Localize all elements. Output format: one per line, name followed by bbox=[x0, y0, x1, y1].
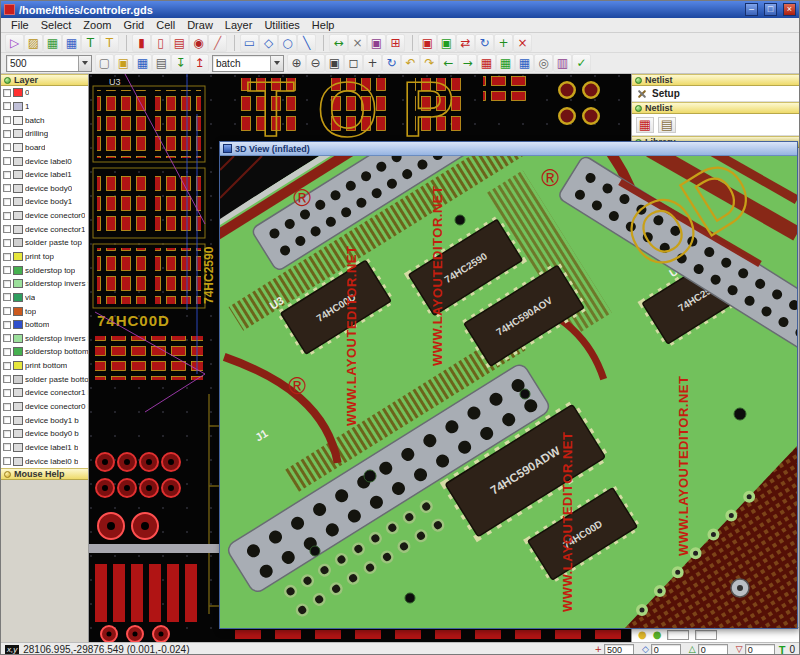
layer-color-swatch[interactable] bbox=[13, 443, 23, 452]
layer-visibility-checkbox[interactable] bbox=[3, 102, 11, 110]
layer-visibility-checkbox[interactable] bbox=[3, 225, 11, 233]
undo-icon[interactable]: ↶ bbox=[401, 54, 420, 72]
cell-red-icon[interactable]: ▣ bbox=[418, 34, 437, 52]
layer-color-swatch[interactable] bbox=[13, 197, 23, 206]
export-icon[interactable]: ↥ bbox=[190, 54, 209, 72]
layer-item[interactable]: print bottom bbox=[1, 359, 88, 373]
layer-visibility-checkbox[interactable] bbox=[3, 321, 11, 329]
layer-visibility-checkbox[interactable] bbox=[3, 157, 11, 165]
layer-item[interactable]: device conector0 bbox=[1, 209, 88, 223]
menu-grid[interactable]: Grid bbox=[117, 18, 150, 33]
layer-visibility-checkbox[interactable] bbox=[3, 389, 11, 397]
layer-color-swatch[interactable] bbox=[13, 307, 23, 316]
save-file-icon[interactable]: ▦ bbox=[133, 54, 152, 72]
open-file-icon[interactable]: ▣ bbox=[114, 54, 133, 72]
print-icon[interactable]: ▤ bbox=[152, 54, 171, 72]
layer-color-swatch[interactable] bbox=[13, 347, 23, 356]
layer-item[interactable]: device label0 bbox=[1, 154, 88, 168]
layer-item[interactable]: device body0 bbox=[1, 181, 88, 195]
grid-dots-icon[interactable]: ▦ bbox=[43, 34, 62, 52]
text-tool-icon[interactable]: T bbox=[81, 34, 100, 52]
layer-visibility-checkbox[interactable] bbox=[3, 239, 11, 247]
layer-item[interactable]: print top bbox=[1, 250, 88, 264]
minimize-button[interactable]: – bbox=[745, 3, 758, 16]
layer-color-swatch[interactable] bbox=[13, 457, 23, 466]
layer-item[interactable]: solderstop top bbox=[1, 263, 88, 277]
layer-visibility-checkbox[interactable] bbox=[3, 184, 11, 192]
status-field-value[interactable]: 0 bbox=[651, 644, 681, 655]
cell-green-icon[interactable]: ▣ bbox=[437, 34, 456, 52]
menu-utilities[interactable]: Utilities bbox=[258, 18, 305, 33]
layer-item[interactable]: device label0 b bbox=[1, 454, 88, 468]
check-drc-icon[interactable]: ✓ bbox=[572, 54, 591, 72]
layer-visibility-checkbox[interactable] bbox=[3, 375, 11, 383]
layer-item[interactable]: drilling bbox=[1, 127, 88, 141]
layer-color-swatch[interactable] bbox=[13, 211, 23, 220]
board-green-icon[interactable]: ▦ bbox=[496, 54, 515, 72]
label-tool-icon[interactable]: T bbox=[100, 34, 119, 52]
layer-visibility-checkbox[interactable] bbox=[3, 443, 11, 451]
select-tool-icon[interactable]: ▷ bbox=[5, 34, 24, 52]
layer-visibility-checkbox[interactable] bbox=[3, 116, 11, 124]
layer-visibility-checkbox[interactable] bbox=[3, 430, 11, 438]
layer-item[interactable]: device conector1 bbox=[1, 222, 88, 236]
layer-item[interactable]: board bbox=[1, 141, 88, 155]
netlist-open-icon[interactable]: ▤ bbox=[658, 117, 676, 133]
layer-color-swatch[interactable] bbox=[13, 334, 23, 343]
merge-tool-icon[interactable]: ▣ bbox=[367, 34, 386, 52]
layer-item[interactable]: solderstop bottom bbox=[1, 345, 88, 359]
redraw-icon[interactable]: ↻ bbox=[382, 54, 401, 72]
via-tool-icon[interactable]: ◉ bbox=[189, 34, 208, 52]
layer-color-swatch[interactable] bbox=[13, 388, 23, 397]
layer-item[interactable]: device conector0 b bbox=[1, 400, 88, 414]
layer-color-swatch[interactable] bbox=[13, 102, 23, 111]
layer-color-swatch[interactable] bbox=[13, 238, 23, 247]
circle-tool-icon[interactable]: ○ bbox=[278, 34, 297, 52]
layer-visibility-checkbox[interactable] bbox=[3, 266, 11, 274]
view-3d-icon[interactable]: ▥ bbox=[553, 54, 572, 72]
layer-item[interactable]: 0 bbox=[1, 86, 88, 100]
layer-visibility-checkbox[interactable] bbox=[3, 89, 11, 97]
layer-item[interactable]: device body1 b bbox=[1, 413, 88, 427]
menu-select[interactable]: Select bbox=[35, 18, 78, 33]
close-button[interactable]: × bbox=[783, 3, 796, 16]
layer-visibility-checkbox[interactable] bbox=[3, 348, 11, 356]
import-icon[interactable]: ↧ bbox=[171, 54, 190, 72]
layer-visibility-checkbox[interactable] bbox=[3, 143, 11, 151]
layer-color-swatch[interactable] bbox=[13, 157, 23, 166]
path-tool-icon[interactable]: ╲ bbox=[297, 34, 316, 52]
layer-item[interactable]: device body0 b bbox=[1, 427, 88, 441]
view-3d-window[interactable]: 3D View (inflated) bbox=[219, 141, 798, 629]
cut-tool-icon[interactable]: × bbox=[348, 34, 367, 52]
menu-draw[interactable]: Draw bbox=[181, 18, 219, 33]
mirror-icon[interactable]: ⇄ bbox=[456, 34, 475, 52]
layer-visibility-checkbox[interactable] bbox=[3, 457, 11, 465]
grid-size-combo[interactable]: 500 bbox=[6, 55, 92, 72]
status-field-value[interactable]: 500 bbox=[604, 644, 634, 655]
layer-color-swatch[interactable] bbox=[13, 416, 23, 425]
layer-visibility-checkbox[interactable] bbox=[3, 403, 11, 411]
layer-visibility-checkbox[interactable] bbox=[3, 130, 11, 138]
layer-item[interactable]: device label1 bbox=[1, 168, 88, 182]
ruler-icon[interactable]: ▨ bbox=[24, 34, 43, 52]
layer-color-swatch[interactable] bbox=[13, 320, 23, 329]
menu-layer[interactable]: Layer bbox=[219, 18, 259, 33]
snap-ball-green-icon[interactable]: ● bbox=[653, 630, 662, 640]
layer-color-swatch[interactable] bbox=[13, 293, 23, 302]
delete-icon[interactable]: × bbox=[513, 34, 532, 52]
chevron-down-icon[interactable] bbox=[78, 56, 91, 71]
layer-color-swatch[interactable] bbox=[13, 116, 23, 125]
layer-visibility-checkbox[interactable] bbox=[3, 198, 11, 206]
netlist-panel-header[interactable]: Netlist bbox=[632, 74, 800, 86]
layer-color-swatch[interactable] bbox=[13, 279, 23, 288]
zoom-in-icon[interactable]: ⊕ bbox=[287, 54, 306, 72]
layer-visibility-checkbox[interactable] bbox=[3, 171, 11, 179]
menu-zoom[interactable]: Zoom bbox=[77, 18, 117, 33]
layer-color-swatch[interactable] bbox=[13, 266, 23, 275]
trace-tool-icon[interactable]: ╱ bbox=[208, 34, 227, 52]
layer-visibility-checkbox[interactable] bbox=[3, 334, 11, 342]
layer-visibility-checkbox[interactable] bbox=[3, 253, 11, 261]
mini-field-1[interactable] bbox=[667, 630, 689, 640]
camera-icon[interactable]: ◎ bbox=[534, 54, 553, 72]
zoom-out-icon[interactable]: ⊖ bbox=[306, 54, 325, 72]
